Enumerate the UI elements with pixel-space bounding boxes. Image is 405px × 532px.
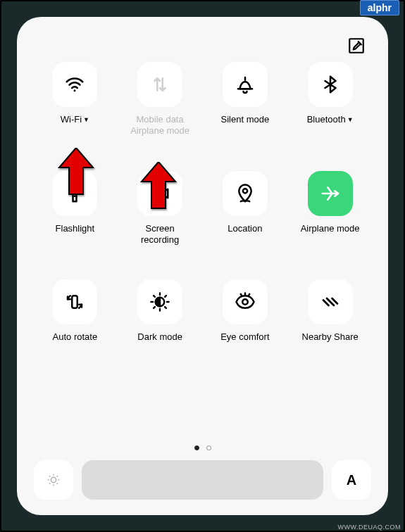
auto-brightness-button[interactable]: A <box>332 460 371 500</box>
mobile-data-icon <box>149 74 170 95</box>
airplane-mode-label: Airplane mode <box>301 223 360 234</box>
bluetooth-icon <box>320 74 341 95</box>
bell-icon <box>235 74 256 95</box>
brightness-row: A <box>31 460 374 502</box>
airplane-mode-toggle[interactable] <box>308 171 353 216</box>
svg-point-6 <box>243 189 247 193</box>
tile-location: Location <box>204 171 287 246</box>
screen-recording-toggle[interactable] <box>137 171 182 216</box>
mobile-data-label: Mobile data Airplane mode <box>130 114 189 137</box>
page-dot-0[interactable] <box>194 445 199 450</box>
tile-airplane-mode: Airplane mode <box>289 171 371 246</box>
eye-comfort-toggle[interactable] <box>223 279 268 324</box>
nearby-share-toggle[interactable] <box>308 279 353 324</box>
auto-rotate-icon <box>64 291 85 312</box>
credit-text: WWW.DEUAQ.COM <box>338 524 401 531</box>
quick-settings-panel: Wi-Fi▼Mobile data Airplane modeSilent mo… <box>17 17 388 515</box>
svg-point-5 <box>156 191 159 195</box>
auto-rotate-label: Auto rotate <box>53 331 98 343</box>
eye-icon <box>235 291 256 312</box>
dark-mode-icon <box>149 291 170 312</box>
page-dot-1[interactable] <box>206 445 211 450</box>
camera-record-icon <box>149 183 170 204</box>
wifi-label[interactable]: Wi-Fi▼ <box>61 114 89 125</box>
location-label: Location <box>228 223 262 234</box>
tile-bluetooth: Bluetooth▼ <box>289 62 371 137</box>
tile-flashlight: Flashlight <box>34 171 116 246</box>
mobile-data-toggle[interactable] <box>137 62 182 107</box>
tile-eye-comfort: Eye comfort <box>204 279 287 343</box>
brightness-slider[interactable] <box>82 460 323 500</box>
bluetooth-label[interactable]: Bluetooth▼ <box>307 114 354 125</box>
flashlight-toggle[interactable] <box>52 171 97 216</box>
svg-rect-7 <box>73 296 78 308</box>
wifi-toggle[interactable] <box>52 62 97 107</box>
dark-mode-label: Dark mode <box>137 331 182 343</box>
tile-silent-mode: Silent mode <box>204 62 287 137</box>
tile-screen-recording: Screen recording <box>119 171 201 246</box>
location-toggle[interactable] <box>223 171 268 216</box>
page-indicator <box>31 434 374 460</box>
edit-icon <box>347 37 366 55</box>
flashlight-icon <box>64 183 85 204</box>
flashlight-label: Flashlight <box>56 223 95 234</box>
screen-recording-label: Screen recording <box>141 223 179 246</box>
panel-header <box>31 34 374 62</box>
chevron-down-icon: ▼ <box>83 116 89 123</box>
logo-badge: alphr <box>360 0 399 15</box>
svg-point-9 <box>242 299 248 305</box>
chevron-down-icon: ▼ <box>347 116 354 123</box>
tile-wifi: Wi-Fi▼ <box>34 62 116 137</box>
bluetooth-toggle[interactable] <box>308 62 353 107</box>
edit-tiles-button[interactable] <box>347 37 366 55</box>
brightness-low-icon <box>34 460 73 500</box>
eye-comfort-label: Eye comfort <box>220 331 269 343</box>
silent-mode-toggle[interactable] <box>223 62 268 107</box>
tile-dark-mode: Dark mode <box>119 279 201 343</box>
wifi-icon <box>64 74 85 95</box>
location-pin-icon <box>235 183 256 204</box>
tile-nearby-share: Nearby Share <box>289 279 371 343</box>
auto-rotate-toggle[interactable] <box>52 279 97 324</box>
airplane-icon <box>320 183 341 204</box>
tile-auto-rotate: Auto rotate <box>34 279 116 343</box>
dark-mode-toggle[interactable] <box>137 279 182 324</box>
svg-point-1 <box>74 89 76 91</box>
tile-mobile-data: Mobile data Airplane mode <box>119 62 201 137</box>
svg-point-10 <box>51 477 56 482</box>
nearby-share-label: Nearby Share <box>302 331 359 343</box>
silent-mode-label: Silent mode <box>221 114 270 125</box>
nearby-share-icon <box>320 291 341 312</box>
tiles-grid: Wi-Fi▼Mobile data Airplane modeSilent mo… <box>31 62 374 434</box>
